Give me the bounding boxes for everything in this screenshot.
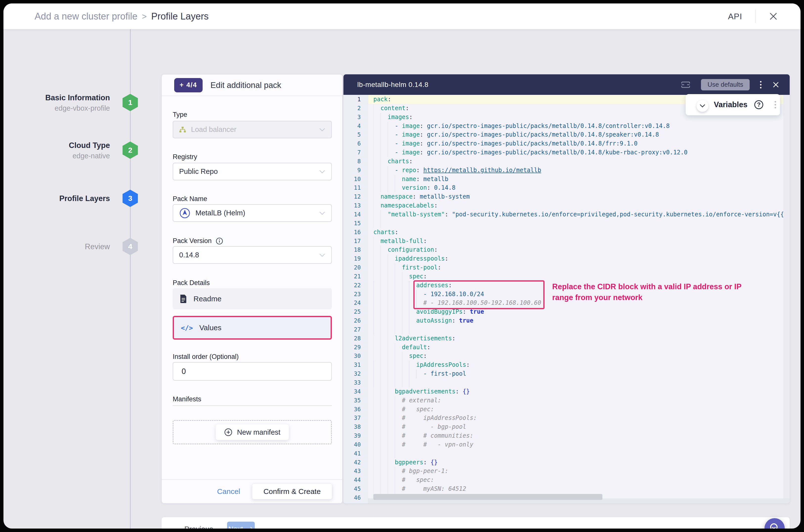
code-line[interactable]: # spec: xyxy=(368,405,790,414)
code-line[interactable]: first-pool: xyxy=(368,263,790,272)
previous-button[interactable]: Previous xyxy=(184,525,213,529)
line-number: 11 xyxy=(343,184,368,192)
variables-collapse-button[interactable] xyxy=(696,100,708,112)
pack-name-value: MetalLB (Helm) xyxy=(195,209,245,217)
code-line[interactable]: - image: gcr.io/spectro-images-public/pa… xyxy=(368,130,790,139)
code-line[interactable]: bgppeers: {} xyxy=(368,458,790,467)
code-line[interactable]: spec: xyxy=(368,272,790,281)
code-line[interactable]: # myASN: 64512 xyxy=(368,484,790,493)
step-label: Cloud Type xyxy=(69,141,110,150)
line-number: 12 xyxy=(343,192,368,201)
editor-close-icon[interactable] xyxy=(772,81,780,89)
code-line[interactable]: - image: gcr.io/spectro-images-public/pa… xyxy=(368,139,790,148)
code-line[interactable]: # ipAddressPools: xyxy=(368,414,790,423)
code-line[interactable]: avoidBuggyIPs: true xyxy=(368,307,790,317)
breadcrumb-separator: > xyxy=(142,12,147,21)
code-line[interactable] xyxy=(368,219,790,228)
line-number: 24 xyxy=(343,299,368,307)
help-icon[interactable]: ? xyxy=(754,100,763,109)
new-manifest-button[interactable]: New manifest xyxy=(216,424,289,440)
readme-tab[interactable]: Readme xyxy=(173,288,332,309)
code-row: 34bgpadvertisements: {} xyxy=(343,387,790,396)
code-line[interactable]: charts: xyxy=(368,157,790,166)
code-line[interactable]: ipaddresspools: xyxy=(368,254,790,263)
code-row: 37# ipAddressPools: xyxy=(343,414,790,423)
code-line[interactable]: namespaceLabels: xyxy=(368,201,790,210)
code-line[interactable]: name: metallb xyxy=(368,175,790,184)
code-line[interactable]: charts: xyxy=(368,228,790,237)
code-row: 21spec: xyxy=(343,272,790,281)
add-cluster-profile-modal: Add a new cluster profile > Profile Laye… xyxy=(3,3,801,529)
editor-menu-icon[interactable] xyxy=(760,81,762,89)
code-line[interactable]: # external: xyxy=(368,396,790,405)
install-order-input[interactable]: 0 xyxy=(173,362,332,381)
line-number: 21 xyxy=(343,272,368,281)
horizontal-scrollbar-thumb[interactable] xyxy=(373,494,602,500)
code-line[interactable]: bgpadvertisements: {} xyxy=(368,387,790,396)
code-line[interactable]: configuration: xyxy=(368,246,790,254)
line-number: 37 xyxy=(343,414,368,423)
code-line[interactable]: # - bgp-pool xyxy=(368,423,790,432)
code-line[interactable]: namespace: metallb-system xyxy=(368,192,790,201)
api-link[interactable]: API xyxy=(728,12,742,21)
code-row: 12namespace: metallb-system xyxy=(343,192,790,201)
confirm-create-button[interactable]: Confirm & Create xyxy=(252,483,332,499)
code-row: 25avoidBuggyIPs: true xyxy=(343,307,790,317)
edit-pack-header: + 4/4 Edit additional pack xyxy=(162,75,342,96)
code-line[interactable]: - image: gcr.io/spectro-images-public/pa… xyxy=(368,122,790,131)
pack-name-select[interactable]: MetalLB (Helm) xyxy=(173,204,332,222)
code-line[interactable] xyxy=(368,325,790,334)
code-row: 7- image: gcr.io/spectro-images-public/p… xyxy=(343,148,790,157)
line-number: 14 xyxy=(343,210,368,219)
code-line[interactable]: metallb-full: xyxy=(368,237,790,246)
type-value: Load balancer xyxy=(191,126,237,134)
registry-value: Public Repo xyxy=(179,168,218,176)
code-row: 6- image: gcr.io/spectro-images-public/p… xyxy=(343,139,790,148)
breadcrumb-parent[interactable]: Add a new cluster profile xyxy=(35,11,137,22)
code-line[interactable]: - repo: https://metallb.github.io/metall… xyxy=(368,166,790,175)
load-balancer-icon xyxy=(179,127,186,133)
code-line[interactable]: # spec: xyxy=(368,476,790,484)
code-row: 10name: metallb xyxy=(343,175,790,184)
code-line[interactable]: # bgp-peer-1: xyxy=(368,467,790,476)
pack-count-badge: + 4/4 xyxy=(174,78,203,92)
code-line[interactable]: # # - vpn-only xyxy=(368,440,790,449)
values-tab[interactable]: </> Values xyxy=(173,316,332,340)
compare-diff-icon[interactable] xyxy=(681,81,691,89)
line-number: 25 xyxy=(343,307,368,317)
close-icon[interactable] xyxy=(768,11,778,21)
code-line[interactable]: version: 0.14.8 xyxy=(368,184,790,192)
code-row: 42bgppeers: {} xyxy=(343,458,790,467)
code-row: 43# bgp-peer-1: xyxy=(343,467,790,476)
line-number: 26 xyxy=(343,317,368,325)
code-line[interactable]: - image: gcr.io/spectro-images-public/pa… xyxy=(368,148,790,157)
cancel-button[interactable]: Cancel xyxy=(217,487,240,496)
line-number: 41 xyxy=(343,449,368,458)
use-defaults-button[interactable]: Use defaults xyxy=(701,79,750,90)
code-row: 32- first-pool xyxy=(343,369,790,378)
line-number: 7 xyxy=(343,148,368,157)
code-row: 31ipAddressPools: xyxy=(343,361,790,369)
next-button[interactable]: Next xyxy=(227,521,255,529)
panel-title: Edit additional pack xyxy=(210,80,281,90)
code-line[interactable]: autoAssign: true xyxy=(368,317,790,325)
code-line[interactable]: l2advertisements: xyxy=(368,334,790,343)
code-row: 35# external: xyxy=(343,396,790,405)
code-line[interactable]: "metallb-system": "pod-security.kubernet… xyxy=(368,210,790,219)
code-line[interactable]: - first-pool xyxy=(368,369,790,378)
code-line[interactable]: ipAddressPools: xyxy=(368,361,790,369)
code-line[interactable]: default: xyxy=(368,343,790,352)
pack-version-select[interactable]: 0.14.8 xyxy=(173,246,332,264)
code-line[interactable]: # # communities: xyxy=(368,432,790,440)
line-number: 2 xyxy=(343,104,368,113)
variables-menu-icon[interactable] xyxy=(774,101,776,109)
code-line[interactable] xyxy=(368,378,790,387)
registry-select[interactable]: Public Repo xyxy=(173,163,332,180)
code-row: 44# spec: xyxy=(343,476,790,484)
code-row: 26autoAssign: true xyxy=(343,317,790,325)
code-line[interactable]: spec: xyxy=(368,352,790,361)
info-icon[interactable] xyxy=(216,238,223,245)
code-line[interactable] xyxy=(368,449,790,458)
line-number: 35 xyxy=(343,396,368,405)
vertical-scrollbar[interactable] xyxy=(783,95,790,498)
